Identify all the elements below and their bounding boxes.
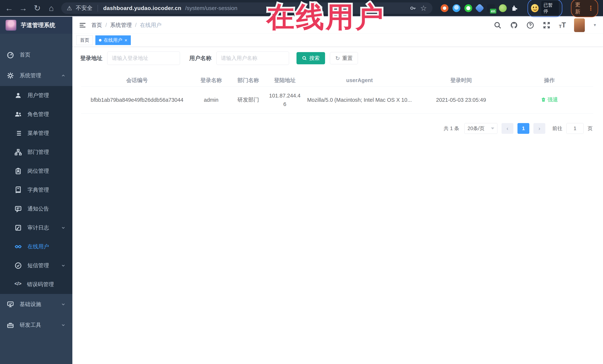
sidebar-item-label: 审计日志 bbox=[27, 224, 49, 232]
password-key-icon[interactable] bbox=[409, 5, 417, 12]
sidebar-item-home[interactable]: 首页 bbox=[0, 44, 72, 65]
audit-log-icon bbox=[14, 224, 22, 232]
browser-home-icon[interactable]: ⌂ bbox=[47, 3, 56, 13]
dashboard-gauge-icon bbox=[7, 51, 14, 59]
sidebar-item-user-mgmt[interactable]: 用户管理 bbox=[0, 86, 72, 105]
cell-dept-name: 研发部门 bbox=[229, 86, 267, 113]
address-separator bbox=[98, 5, 98, 11]
sidebar-item-label: 短信管理 bbox=[27, 262, 49, 269]
extensions-puzzle-icon[interactable] bbox=[511, 4, 519, 12]
browser-menu-dots-icon[interactable]: ⋮ bbox=[588, 4, 594, 12]
sidebar-item-label: 首页 bbox=[20, 51, 30, 59]
sidebar-item-dev-tools[interactable]: 研发工具 bbox=[0, 315, 72, 335]
force-logout-button[interactable]: 强退 bbox=[541, 96, 558, 103]
cell-login-ip: 101.87.244.46 bbox=[267, 86, 302, 113]
next-page-button[interactable]: › bbox=[533, 123, 545, 134]
username-label: 用户名称 bbox=[189, 55, 211, 62]
reset-icon: ↻ bbox=[335, 55, 340, 62]
gear-icon bbox=[7, 72, 14, 79]
toolbox-icon bbox=[7, 321, 14, 329]
sidebar-item-menu-mgmt[interactable]: 菜单管理 bbox=[0, 124, 72, 143]
breadcrumb-system[interactable]: 系统管理 bbox=[110, 22, 132, 29]
sidebar-item-label: 用户管理 bbox=[27, 92, 49, 99]
avatar-caret-icon[interactable]: ▼ bbox=[593, 23, 597, 27]
app-header: 首页 / 系统管理 / 在线用户 TT ▼ bbox=[72, 17, 603, 34]
sidebar-item-sms-mgmt[interactable]: 短信管理 bbox=[0, 256, 72, 275]
chrome-update-button[interactable]: 更新 ⋮ bbox=[571, 0, 598, 17]
menu-list-icon bbox=[14, 130, 22, 137]
role-people-icon bbox=[14, 111, 22, 118]
goto-page-input[interactable] bbox=[567, 123, 583, 134]
font-size-icon[interactable]: TT bbox=[559, 21, 566, 29]
login-address-input[interactable] bbox=[107, 52, 180, 65]
sidebar-item-label: 字典管理 bbox=[27, 186, 49, 194]
extension-green-ring-icon[interactable] bbox=[464, 4, 472, 12]
dictionary-book-icon bbox=[14, 186, 22, 194]
browser-back-icon[interactable]: ← bbox=[5, 3, 13, 13]
search-icon bbox=[302, 55, 307, 61]
breadcrumb-home[interactable]: 首页 bbox=[91, 22, 102, 29]
current-page-button[interactable]: 1 bbox=[517, 123, 529, 134]
avatar[interactable] bbox=[574, 18, 585, 32]
extension-green-icon[interactable] bbox=[499, 4, 507, 12]
sidebar-item-system[interactable]: 系统管理 bbox=[0, 65, 72, 86]
chevron-down-icon bbox=[61, 263, 66, 268]
sidebar-item-error-code[interactable]: </> 错误码管理 bbox=[0, 275, 72, 294]
column-header-login-time: 登录时间 bbox=[417, 75, 506, 86]
breadcrumb: 首页 / 系统管理 / 在线用户 bbox=[91, 22, 162, 29]
sidebar-item-post-mgmt[interactable]: 岗位管理 bbox=[0, 162, 72, 180]
sidebar-logo[interactable]: 芋道管理系统 bbox=[0, 17, 72, 34]
sms-check-icon bbox=[14, 262, 22, 269]
header-search-icon[interactable] bbox=[494, 21, 502, 29]
tag-label: 首页 bbox=[80, 37, 89, 43]
extension-en-badge: en bbox=[490, 9, 496, 13]
fullscreen-icon[interactable] bbox=[543, 21, 551, 29]
chevron-down-icon bbox=[61, 302, 66, 307]
prev-page-button[interactable]: ‹ bbox=[501, 123, 513, 134]
reset-button[interactable]: ↻ 重置 bbox=[330, 52, 358, 64]
help-question-icon[interactable] bbox=[526, 21, 534, 29]
address-bar[interactable]: ⚠ 不安全 dashboard.yudao.iocoder.cn /system… bbox=[61, 2, 432, 14]
sidebar-item-notice[interactable]: 通知公告 bbox=[0, 199, 72, 218]
insecure-warning-icon: ⚠ bbox=[67, 5, 72, 12]
browser-reload-icon[interactable]: ↻ bbox=[33, 3, 42, 13]
column-header-login-ip: 登陆地址 bbox=[267, 75, 302, 86]
browser-forward-icon[interactable]: → bbox=[19, 3, 27, 13]
sidebar-item-label: 错误码管理 bbox=[27, 281, 54, 288]
sidebar-item-label: 角色管理 bbox=[27, 111, 49, 118]
sidebar-item-label: 岗位管理 bbox=[27, 167, 49, 175]
page-size-select[interactable]: 20条/页 bbox=[464, 123, 498, 134]
tag-close-icon[interactable]: × bbox=[125, 38, 127, 43]
breadcrumb-current: 在线用户 bbox=[140, 22, 162, 29]
cell-actions: 强退 bbox=[506, 86, 593, 113]
sidebar-item-infrastructure[interactable]: 基础设施 bbox=[0, 294, 72, 315]
sidebar-item-dict-mgmt[interactable]: 字典管理 bbox=[0, 180, 72, 199]
tag-home[interactable]: 首页 bbox=[76, 35, 93, 45]
url-host: dashboard.yudao.iocoder.cn bbox=[103, 5, 181, 11]
system-submenu: 用户管理 角色管理 菜单管理 bbox=[0, 86, 72, 294]
chevron-down-icon bbox=[61, 225, 66, 230]
tags-view-bar: 首页 在线用户 × bbox=[72, 34, 603, 47]
extension-blue-gem-icon[interactable] bbox=[475, 3, 484, 13]
search-button[interactable]: 搜索 bbox=[297, 52, 325, 64]
sidebar-item-online-users[interactable]: 在线用户 bbox=[0, 237, 72, 256]
hamburger-icon[interactable] bbox=[79, 21, 86, 29]
extension-translate-icon[interactable]: en bbox=[487, 4, 495, 12]
tag-online-users[interactable]: 在线用户 × bbox=[95, 35, 131, 45]
extension-blue-drop-icon[interactable] bbox=[452, 4, 460, 12]
user-session-table: 会话编号 登录名称 部门名称 登陆地址 userAgent 登录时间 操作 bf… bbox=[81, 75, 593, 114]
sidebar-item-label: 研发工具 bbox=[20, 321, 41, 329]
cell-session-id: bfbb1ab79ba849e49fb26ddb56a73044 bbox=[81, 86, 193, 113]
extension-orange-icon[interactable] bbox=[441, 4, 448, 12]
sidebar-item-audit-log[interactable]: 审计日志 bbox=[0, 218, 72, 237]
profile-paused-pill[interactable]: 已暂停 bbox=[527, 0, 562, 17]
username-input[interactable] bbox=[216, 52, 289, 65]
bookmark-star-icon[interactable]: ☆ bbox=[420, 4, 427, 12]
sidebar-item-role-mgmt[interactable]: 角色管理 bbox=[0, 105, 72, 124]
cell-user-agent: Mozilla/5.0 (Macintosh; Intel Mac OS X 1… bbox=[302, 86, 417, 113]
url-path: /system/user-session bbox=[185, 5, 237, 11]
sidebar-item-label: 菜单管理 bbox=[27, 130, 49, 137]
chevron-up-icon bbox=[61, 73, 66, 78]
github-icon[interactable] bbox=[510, 21, 518, 29]
sidebar-item-dept-mgmt[interactable]: 部门管理 bbox=[0, 143, 72, 162]
